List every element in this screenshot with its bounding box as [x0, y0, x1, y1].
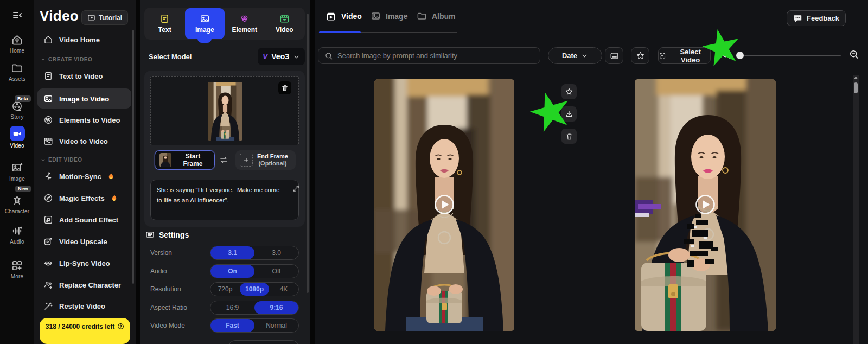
gallery-scrollbar-thumb[interactable]: [854, 82, 858, 93]
gallery-tab-video[interactable]: Video: [326, 11, 362, 22]
more-grid-icon: [11, 259, 23, 272]
end-frame-button[interactable]: End Frame (Optional): [235, 150, 296, 170]
home-icon: [11, 34, 23, 46]
tab-image[interactable]: Image: [185, 8, 225, 39]
rail-item-more[interactable]: More: [0, 259, 34, 279]
sidebar-item-elements-to-video[interactable]: Elements to Video: [43, 113, 120, 126]
video-mode-option-fast[interactable]: Fast: [210, 319, 254, 332]
video-result-1[interactable]: [374, 79, 514, 331]
composer-scrollbar[interactable]: [307, 14, 309, 293]
resolution-option-720p[interactable]: 720p: [210, 283, 240, 296]
sidebar-item-restyle-video[interactable]: Restyle Video: [43, 300, 105, 313]
tab-video[interactable]: Video: [265, 8, 305, 39]
sidebar-title: Video: [40, 8, 79, 24]
search-input[interactable]: [337, 52, 534, 60]
download-video-button[interactable]: [561, 106, 577, 122]
tab-underline-track: [361, 32, 457, 33]
zoom-in-button[interactable]: [720, 49, 732, 60]
resolution-option-4k[interactable]: 4K: [269, 283, 298, 296]
zoom-out-button[interactable]: [848, 49, 860, 60]
section-edit-video[interactable]: EDIT VIDEO: [41, 157, 82, 163]
date-filter-button[interactable]: Date: [548, 47, 602, 64]
video-tile: [10, 126, 25, 141]
sidebar-item-add-sound-effect[interactable]: Add Sound Effect: [43, 213, 118, 226]
rail-item-story[interactable]: Story: [0, 100, 34, 120]
tab-text[interactable]: Text: [145, 8, 185, 39]
sidebar-scrollbar[interactable]: [132, 30, 134, 284]
start-frame-mini-thumb: [159, 153, 171, 167]
card-view-button[interactable]: [605, 47, 623, 64]
remove-frame-button[interactable]: [278, 81, 291, 94]
tutorial-button[interactable]: Tutorial: [81, 10, 128, 25]
rail-divider: [8, 253, 27, 253]
start-frame-portrait: [208, 82, 242, 141]
video-film-icon: [279, 14, 290, 24]
aspect-option-16-9[interactable]: 16:9: [210, 301, 254, 314]
start-frame-button[interactable]: Start Frame: [155, 150, 215, 170]
play-button[interactable]: [692, 192, 718, 218]
rail-item-character[interactable]: Character: [0, 194, 34, 214]
sidebar-item-video-to-video[interactable]: Video to Video: [43, 135, 108, 148]
magnifier-plus-icon: [720, 49, 732, 60]
left-rail: Home Assets Beta Story Video Image New C…: [0, 0, 34, 344]
magnifier-minus-icon: [848, 49, 860, 60]
swap-frames-icon[interactable]: [219, 155, 228, 164]
rail-item-audio[interactable]: Audio: [0, 225, 34, 245]
app-window: Home Assets Beta Story Video Image New C…: [0, 0, 868, 344]
favorite-video-button[interactable]: [561, 84, 577, 99]
uploaded-start-frame-image[interactable]: [208, 82, 242, 141]
frame-upload-card: Start Frame End Frame (Optional) She is …: [144, 71, 305, 227]
audio-option-off[interactable]: Off: [254, 265, 298, 278]
feedback-button[interactable]: Feedback: [787, 10, 846, 26]
image-icon: [43, 94, 53, 104]
tab-element[interactable]: Element: [225, 8, 265, 39]
replace-character-icon: [43, 280, 53, 290]
video-result-2[interactable]: [635, 79, 776, 331]
expand-prompt-icon[interactable]: [292, 184, 300, 193]
setting-label-audio: Audio: [150, 267, 167, 275]
sidebar-item-motion-sync[interactable]: Motion-Sync: [43, 170, 114, 183]
rail-item-home[interactable]: Home: [0, 34, 34, 54]
scrollbar-up-arrow[interactable]: [854, 76, 858, 79]
credits-badge[interactable]: 318 / 24000 credits left: [40, 318, 130, 344]
video-mode-control: Fast Normal: [210, 318, 299, 333]
rail-item-assets[interactable]: Assets: [0, 62, 34, 82]
thumbnail-zoom-slider[interactable]: [744, 55, 841, 56]
next-setting-control-partial: [228, 340, 299, 344]
sidebar-item-image-to-video[interactable]: Image to Video: [43, 92, 109, 105]
lips-icon: [43, 258, 53, 268]
gallery-tab-image[interactable]: Image: [371, 11, 407, 21]
settings-panel-icon: [145, 230, 155, 239]
setting-label-video-mode: Video Mode: [150, 322, 185, 329]
gallery-scrollbar-track[interactable]: [853, 75, 859, 344]
video-mode-option-normal[interactable]: Normal: [254, 319, 298, 332]
version-option-3-1[interactable]: 3.1: [210, 246, 254, 259]
start-frame-dropzone[interactable]: [150, 76, 299, 145]
version-option-3-0[interactable]: 3.0: [254, 246, 298, 259]
collapse-sidebar-icon: [11, 9, 24, 22]
sidebar-item-magic-effects[interactable]: Magic Effects: [43, 192, 118, 205]
collapse-sidebar-button[interactable]: [0, 9, 34, 22]
text-doc-icon: [159, 14, 170, 24]
sidebar-item-lip-sync-video[interactable]: Lip-Sync Video: [43, 257, 110, 270]
favorites-filter-button[interactable]: [631, 47, 649, 64]
rail-item-video[interactable]: Video: [0, 126, 34, 149]
sidebar-item-replace-character[interactable]: Replace Character: [43, 278, 121, 291]
aspect-option-9-16[interactable]: 9:16: [254, 301, 298, 314]
resolution-option-1080p[interactable]: 1080p: [240, 283, 269, 296]
rail-item-image[interactable]: Image: [0, 162, 34, 182]
new-badge: New: [15, 186, 31, 192]
video-sidebar: Video Tutorial Video Home CREATE VIDEO T…: [34, 0, 136, 344]
select-video-button[interactable]: Select Video: [658, 47, 711, 64]
zoom-slider-handle[interactable]: [736, 52, 744, 59]
play-button[interactable]: [431, 192, 457, 218]
sidebar-item-video-home[interactable]: Video Home: [43, 33, 100, 46]
sidebar-item-video-upscale[interactable]: Video Upscale: [43, 235, 107, 248]
prompt-input[interactable]: She is saying "Hi Everyone. Make me come…: [150, 180, 299, 220]
section-create-video[interactable]: CREATE VIDEO: [41, 56, 92, 62]
delete-video-button[interactable]: [561, 129, 577, 144]
audio-option-on[interactable]: On: [210, 265, 254, 278]
model-dropdown[interactable]: V Veo3: [258, 48, 305, 65]
sidebar-item-text-to-video[interactable]: Text to Video: [43, 69, 103, 82]
gallery-tab-album[interactable]: Album: [417, 11, 456, 21]
